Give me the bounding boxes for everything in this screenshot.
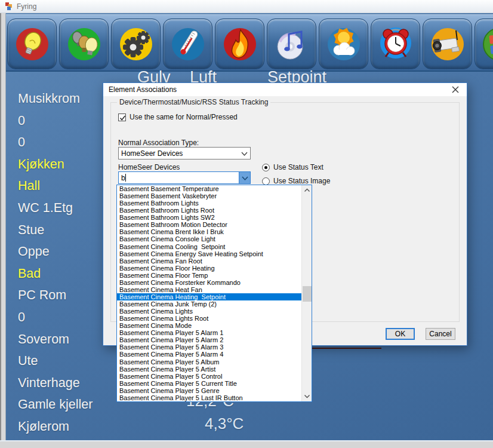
dropdown-item[interactable]: Basement Cinema Player 5 Last IR Button — [117, 394, 301, 401]
thermometer-blue-icon[interactable] — [163, 19, 212, 69]
cancel-button[interactable]: Cancel — [426, 328, 455, 340]
dialog-title: Element Associations — [109, 85, 177, 94]
devices-dropdown-list: Basement Basement TemperatureBasement Ba… — [116, 185, 312, 402]
assoc-type-label: Normal Association Type: — [118, 139, 199, 147]
use-status-text-radio[interactable] — [262, 164, 270, 171]
room-item[interactable]: 0 — [18, 135, 93, 157]
dropdown-item[interactable]: Basement Cinema Player 5 Alarm 4 — [117, 351, 301, 358]
room-item[interactable]: Hall — [18, 179, 93, 201]
dropdown-item[interactable]: Basement Bathroom Lights — [117, 200, 301, 207]
dropdown-item[interactable]: Basement Cinema Player 5 Alarm 1 — [117, 329, 301, 336]
dropdown-item[interactable]: Basement Cinema Floor Heating — [117, 265, 301, 272]
radio-label: Use Status Text — [273, 163, 323, 171]
dropdown-item[interactable]: Basement Cinema Junk Temp (2) — [117, 300, 301, 308]
dropdown-item[interactable]: Basement Basement Vaskebryter — [117, 192, 301, 200]
use-status-image-radio[interactable] — [262, 177, 270, 185]
use-status-text-row: Use Status Text — [262, 163, 323, 171]
window-left-border — [0, 13, 6, 440]
assoc-type-select[interactable]: HomeSeer Devices — [118, 147, 251, 159]
dropdown-item[interactable]: Basement Cinema Console Light — [117, 235, 301, 243]
dropdown-item[interactable]: Basement Cinema Player 5 Genre — [117, 387, 301, 394]
temperature-reading-2: 4,3°C — [205, 415, 244, 433]
checkbox-label: Use the same for Normal/Pressed — [130, 113, 238, 121]
dropdown-item[interactable]: Basement Cinema Mode — [117, 322, 301, 329]
gears-yellow-icon[interactable] — [111, 19, 161, 69]
dropdown-item[interactable]: Basement Cinema Player 5 Alarm 3 — [117, 343, 301, 351]
room-item[interactable]: Musikkrom — [18, 91, 93, 113]
scroll-down-icon[interactable] — [302, 391, 312, 401]
scrollbar-thumb[interactable] — [303, 286, 312, 302]
window-titlebar[interactable]: Fyring — [0, 0, 493, 13]
room-item[interactable]: Oppe — [18, 244, 93, 266]
room-item[interactable]: Kjølerom — [18, 419, 93, 440]
dropdown-item[interactable]: Basement Cinema Brent Ikke I Bruk — [117, 228, 301, 235]
music-cd-icon[interactable] — [267, 19, 316, 69]
dropdown-item[interactable]: Basement Cinema Energy Save Heating Setp… — [117, 250, 301, 257]
room-item[interactable]: Kjøkken — [18, 157, 93, 179]
groupbox-label: Device/Thermostat/Music/RSS Status Track… — [117, 98, 270, 106]
room-item[interactable]: Soverom — [18, 332, 93, 354]
dropdown-scrollbar[interactable] — [301, 185, 312, 401]
room-item[interactable]: PC Rom — [18, 288, 93, 310]
radio-label: Use Status Image — [273, 177, 330, 185]
devices-input-value: b — [121, 174, 125, 182]
app-icon — [5, 2, 14, 11]
room-item[interactable]: Stue — [18, 223, 93, 245]
chevron-down-icon[interactable] — [239, 172, 250, 183]
alarm-clock-icon[interactable] — [371, 19, 420, 69]
use-status-image-row: Use Status Image — [262, 177, 330, 185]
room-item[interactable]: Vinterhage — [18, 376, 93, 398]
dropdown-item[interactable]: Basement Cinema Heat Fan — [117, 286, 301, 293]
dropdown-item[interactable]: Basement Cinema Heating Setpoint — [117, 293, 301, 300]
toolbar — [6, 14, 493, 72]
text-caret — [125, 174, 126, 182]
window-title: Fyring — [17, 2, 36, 11]
assoc-type-value: HomeSeer Devices — [121, 149, 183, 158]
scroll-up-icon[interactable] — [302, 185, 312, 195]
dropdown-item[interactable]: Basement Cinema Cooling Setpoint — [117, 243, 301, 250]
dropdown-item[interactable]: Basement Basement Temperature — [117, 185, 301, 192]
flame-red-icon[interactable] — [215, 19, 264, 69]
room-sidebar: Musikkrom00KjøkkenHallWC 1.EtgStueOppeBa… — [18, 91, 93, 440]
room-item[interactable]: 0 — [18, 310, 93, 332]
dialog-titlebar[interactable]: Element Associations — [103, 83, 467, 96]
room-item[interactable]: 0 — [18, 113, 93, 136]
dropdown-item[interactable]: Basement Cinema Lights Root — [117, 315, 301, 322]
dropdown-item[interactable]: Basement Bathroom Lights SW2 — [117, 214, 301, 221]
devices-combo-input[interactable]: b — [118, 171, 251, 184]
same-normal-pressed-checkbox[interactable] — [118, 113, 126, 121]
room-item[interactable]: Bad — [18, 266, 93, 289]
close-icon[interactable] — [450, 85, 461, 94]
dropdown-item[interactable]: Basement Cinema Player 5 Album — [117, 358, 301, 366]
dropdown-item[interactable]: Basement Bathroom Lights Root — [117, 207, 301, 214]
dropdown-rows: Basement Basement TemperatureBasement Ba… — [117, 185, 301, 401]
devices-label: HomeSeer Devices — [118, 163, 180, 171]
dropdown-item[interactable]: Basement Cinema Player 5 Artist — [117, 366, 301, 373]
ok-button[interactable]: OK — [386, 328, 415, 340]
security-camera-icon[interactable] — [423, 19, 472, 69]
dropdown-item[interactable]: Basement Cinema Floor Temp — [117, 272, 301, 279]
dropdown-item[interactable]: Basement Cinema Player 5 Control — [117, 373, 301, 380]
room-item[interactable]: Gamle kjeller — [18, 397, 93, 419]
chevron-down-icon[interactable] — [239, 148, 250, 159]
window-bottom-border — [0, 440, 493, 448]
dropdown-item[interactable]: Basement Cinema Player 5 Current Title — [117, 380, 301, 387]
same-normal-pressed-row: Use the same for Normal/Pressed — [118, 113, 238, 121]
windows-logo-icon[interactable] — [474, 19, 493, 69]
dropdown-item[interactable]: Basement Cinema Player 5 Alarm 2 — [117, 336, 301, 343]
room-item[interactable]: WC 1.Etg — [18, 201, 93, 223]
room-item[interactable]: Ute — [18, 354, 93, 376]
dropdown-item[interactable]: Basement Bathroom Motion Detector — [117, 221, 301, 228]
dropdown-item[interactable]: Basement Cinema Forsterker Kommando — [117, 279, 301, 286]
weather-icon[interactable] — [319, 19, 368, 69]
dropdown-item[interactable]: Basement Cinema Lights — [117, 308, 301, 315]
dropdown-item[interactable]: Basement Cinema Fan Root — [117, 257, 301, 265]
application-window: Fyring — [0, 0, 493, 448]
bulb-red-icon[interactable] — [7, 19, 57, 69]
bulbs-green-icon[interactable] — [59, 19, 109, 69]
